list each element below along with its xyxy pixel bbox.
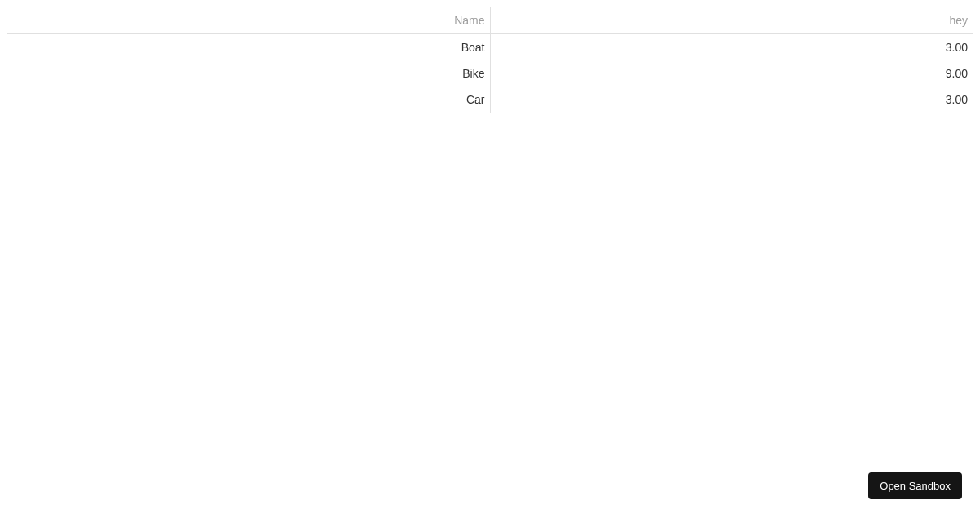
data-table: Name hey Boat 3.00 Bike 9.00 Car 3.00	[7, 7, 973, 113]
cell-value: 3.00	[491, 86, 973, 113]
cell-value: 9.00	[491, 60, 973, 86]
cell-name: Car	[7, 86, 491, 113]
table-header-row: Name hey	[7, 7, 973, 34]
column-header-name[interactable]: Name	[7, 7, 491, 33]
cell-value: 3.00	[491, 34, 973, 60]
cell-name: Bike	[7, 60, 491, 86]
table-row: Boat 3.00	[7, 34, 973, 60]
column-header-hey[interactable]: hey	[491, 7, 973, 33]
table-row: Car 3.00	[7, 86, 973, 113]
table-row: Bike 9.00	[7, 60, 973, 86]
cell-name: Boat	[7, 34, 491, 60]
open-sandbox-button[interactable]: Open Sandbox	[868, 472, 962, 499]
